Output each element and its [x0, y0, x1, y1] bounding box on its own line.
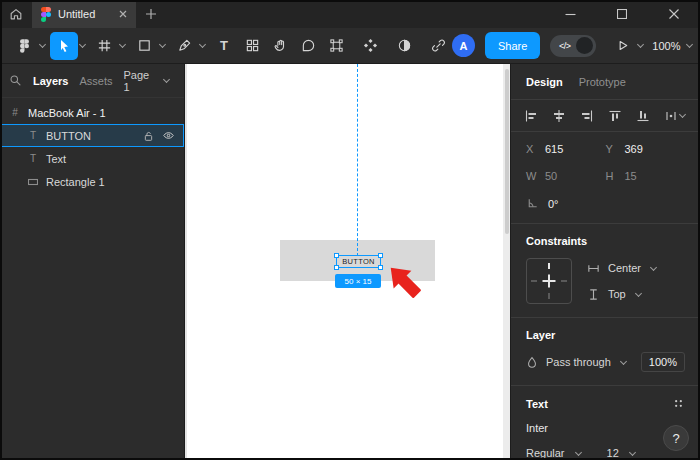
- move-tool-icon: [56, 38, 72, 54]
- canvas[interactable]: BUTTON 50 × 15: [185, 64, 510, 460]
- align-top-button[interactable]: [608, 109, 622, 123]
- vertical-constraint-select[interactable]: Top: [587, 288, 658, 301]
- y-value: 369: [625, 143, 643, 155]
- frame-tool-button[interactable]: [90, 32, 118, 60]
- canvas-scrollbar[interactable]: [503, 64, 510, 460]
- use-as-mask-button[interactable]: [390, 32, 418, 60]
- selection-handle[interactable]: [334, 265, 339, 270]
- text-tool-button[interactable]: T: [210, 32, 238, 60]
- menu-chevron-icon[interactable]: [39, 41, 46, 48]
- layer-name: MacBook Air - 1: [28, 107, 106, 119]
- minimize-icon: [565, 9, 576, 20]
- home-button[interactable]: [0, 0, 32, 28]
- tidy-up-button[interactable]: [664, 109, 687, 123]
- align-right-button[interactable]: [580, 109, 594, 123]
- layer-row-frame[interactable]: # MacBook Air - 1: [0, 101, 184, 124]
- horizontal-constraint-value: Center: [608, 262, 641, 274]
- x-position-field[interactable]: X 615: [526, 143, 606, 155]
- pen-tool-button[interactable]: [170, 32, 198, 60]
- main-menu-button[interactable]: [10, 32, 38, 60]
- vertical-constraint-value: Top: [608, 288, 626, 300]
- shape-tool-button[interactable]: [130, 32, 158, 60]
- layer-row-text[interactable]: T Text: [0, 147, 184, 170]
- eye-icon[interactable]: [162, 130, 175, 141]
- dev-mode-toggle[interactable]: </>: [550, 35, 596, 57]
- constraint-tick-bottom[interactable]: [548, 293, 550, 299]
- unlock-icon[interactable]: [143, 130, 154, 142]
- figma-file-icon: [41, 7, 51, 22]
- move-tool-button[interactable]: [50, 32, 78, 60]
- tab-assets[interactable]: Assets: [79, 75, 112, 87]
- close-tab-icon[interactable]: [119, 10, 127, 18]
- horizontal-constraint-chevron-icon: [650, 263, 657, 270]
- font-style-select[interactable]: Regular: [526, 447, 583, 459]
- avatar[interactable]: A: [452, 34, 475, 57]
- tidy-up-icon: [664, 109, 678, 123]
- alignment-guide-line: [357, 64, 358, 256]
- blend-mode-select[interactable]: Pass through: [546, 356, 611, 368]
- pen-tool-chevron-icon[interactable]: [199, 41, 206, 48]
- present-button[interactable]: [608, 32, 636, 60]
- scrollbar-thumb[interactable]: [505, 69, 509, 234]
- text-styles-icon[interactable]: [672, 397, 685, 410]
- align-bottom-button[interactable]: [636, 109, 650, 123]
- constraint-tick-left[interactable]: [531, 280, 537, 282]
- comment-tool-button[interactable]: [294, 32, 322, 60]
- edit-object-icon: [329, 38, 344, 53]
- width-value: 50: [545, 170, 557, 182]
- font-style-chevron-icon: [574, 448, 581, 455]
- present-chevron-icon[interactable]: [637, 41, 644, 48]
- toolbar: T A: [0, 28, 700, 64]
- create-link-button[interactable]: [424, 32, 452, 60]
- font-family-select[interactable]: Inter: [526, 422, 685, 434]
- constraint-tick-top[interactable]: [548, 263, 550, 269]
- search-icon[interactable]: [9, 74, 22, 87]
- shape-tool-chevron-icon[interactable]: [159, 41, 166, 48]
- page-selector[interactable]: Page 1: [124, 69, 176, 93]
- horizontal-constraint-select[interactable]: Center: [587, 262, 658, 275]
- y-position-field[interactable]: Y 369: [606, 143, 686, 155]
- rotation-field[interactable]: 0°: [526, 197, 606, 210]
- zoom-control[interactable]: 100%: [652, 40, 693, 52]
- zoom-chevron-icon: [685, 41, 692, 48]
- layer-row-rectangle[interactable]: Rectangle 1: [0, 170, 184, 193]
- layer-section: Layer Pass through 100%: [511, 318, 700, 386]
- layer-row-button[interactable]: T BUTTON: [0, 124, 184, 147]
- frame-tool-chevron-icon[interactable]: [119, 41, 126, 48]
- new-tab-button[interactable]: [136, 0, 166, 28]
- constraints-widget[interactable]: [526, 258, 572, 304]
- tab-prototype[interactable]: Prototype: [579, 76, 626, 88]
- height-field[interactable]: H 15: [606, 170, 686, 182]
- file-tab[interactable]: Untitled: [32, 0, 136, 28]
- blend-mode-chevron-icon: [620, 357, 627, 364]
- constraints-section: Constraints Center: [511, 224, 700, 318]
- rectangle-layer-icon: [27, 178, 39, 186]
- selected-text-object[interactable]: BUTTON: [336, 255, 381, 268]
- opacity-input[interactable]: 100%: [641, 352, 685, 372]
- tab-design[interactable]: Design: [526, 76, 563, 88]
- align-left-button[interactable]: [524, 109, 538, 123]
- resources-icon: [245, 38, 260, 53]
- resources-tool-button[interactable]: [238, 32, 266, 60]
- text-tool-icon: T: [220, 38, 228, 53]
- home-icon: [9, 7, 23, 21]
- align-horizontal-center-button[interactable]: [552, 109, 566, 123]
- tab-layers[interactable]: Layers: [33, 75, 68, 87]
- selection-handle[interactable]: [334, 253, 339, 258]
- hand-tool-button[interactable]: [266, 32, 294, 60]
- constraint-tick-right[interactable]: [561, 280, 567, 282]
- vertical-constraint-icon: [587, 288, 600, 301]
- font-size-select[interactable]: 12: [607, 447, 637, 459]
- minimize-button[interactable]: [544, 0, 596, 28]
- help-button[interactable]: ?: [663, 425, 689, 451]
- red-arrow-cursor: [381, 258, 427, 304]
- edit-object-button[interactable]: [322, 32, 350, 60]
- share-button[interactable]: Share: [485, 32, 540, 59]
- titlebar: Untitled: [0, 0, 700, 28]
- move-tool-chevron-icon[interactable]: [79, 41, 86, 48]
- create-component-button[interactable]: [356, 32, 384, 60]
- width-field[interactable]: W 50: [526, 170, 606, 182]
- maximize-button[interactable]: [596, 0, 648, 28]
- close-window-button[interactable]: [648, 0, 700, 28]
- constraint-center-cross[interactable]: [548, 275, 550, 288]
